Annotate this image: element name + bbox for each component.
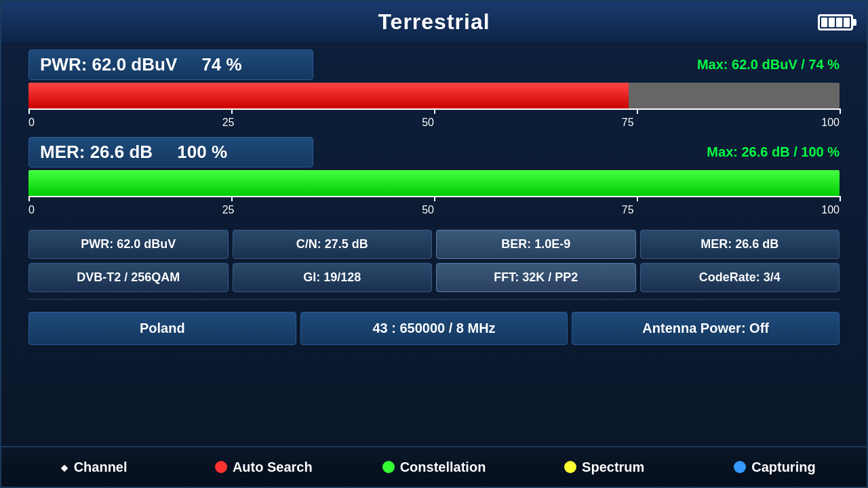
pwr-label-box: PWR: 62.0 dBuV 74 % <box>28 49 313 80</box>
mer-bar-fill <box>28 170 840 196</box>
battery-cell-3 <box>836 18 842 27</box>
nav-auto-search-label: Auto Search <box>233 460 313 475</box>
mer-scale-100: 100 <box>821 204 840 216</box>
mer-header: MER: 26.6 dB 100 % Max: 26.6 dB / 100 % <box>28 137 840 167</box>
mer-scale-ticks <box>28 196 840 201</box>
info-gi: GI: 19/128 <box>233 263 433 292</box>
bottom-nav: ⬥ Channel Auto Search Constellation Spec… <box>1 446 867 487</box>
info-pwr: PWR: 62.0 dBuV <box>28 230 229 259</box>
pwr-header: PWR: 62.0 dBuV 74 % Max: 62.0 dBuV / 74 … <box>28 49 840 80</box>
pwr-section: PWR: 62.0 dBuV 74 % Max: 62.0 dBuV / 74 … <box>28 49 840 130</box>
mer-label: MER: 26.6 dB <box>40 142 153 162</box>
mer-percent: 100 % <box>177 142 227 162</box>
mer-scale-0: 0 <box>28 204 35 216</box>
pwr-label: PWR: 62.0 dBuV <box>40 54 177 75</box>
info-coderate: CodeRate: 3/4 <box>640 263 840 292</box>
pwr-scale-row: 0 25 50 75 100 <box>28 115 840 130</box>
spectrum-dot-icon <box>564 461 576 473</box>
battery-icon <box>818 14 853 30</box>
nav-channel-label: Channel <box>74 460 127 475</box>
pwr-scale-75: 75 <box>622 117 634 129</box>
pwr-max: Max: 62.0 dBuV / 74 % <box>697 57 840 73</box>
battery-cell-2 <box>829 18 835 27</box>
page-title: Terrestrial <box>378 9 490 35</box>
constellation-dot-icon <box>382 461 395 473</box>
capturing-dot-icon <box>734 461 746 473</box>
mer-scale-25: 25 <box>222 204 235 216</box>
pwr-scale-100: 100 <box>821 117 840 129</box>
battery-cell-1 <box>821 18 827 27</box>
battery-nub <box>853 19 856 26</box>
nav-capturing-label: Capturing <box>751 460 815 475</box>
nav-spectrum[interactable]: Spectrum <box>519 460 690 475</box>
info-mer: MER: 26.6 dB <box>640 230 840 259</box>
mer-label-box: MER: 26.6 dB 100 % <box>28 137 313 167</box>
battery-cell-4 <box>844 18 850 27</box>
info-ber: BER: 1.0E-9 <box>436 230 636 259</box>
nav-capturing[interactable]: Capturing <box>690 460 860 475</box>
header: Terrestrial <box>1 1 867 43</box>
mer-bar-container <box>28 170 840 196</box>
channel-bar: Poland 43 : 650000 / 8 MHz Antenna Power… <box>28 312 840 345</box>
nav-channel[interactable]: ⬥ Channel <box>8 458 178 476</box>
pwr-scale-50: 50 <box>422 117 434 129</box>
mer-scale-row: 0 25 50 75 100 <box>28 203 840 218</box>
channel-freq: 43 : 650000 / 8 MHz <box>300 312 568 345</box>
info-cn: C/N: 27.5 dB <box>233 230 433 259</box>
battery-body <box>818 14 853 30</box>
channel-antenna: Antenna Power: Off <box>572 312 840 345</box>
channel-arrow-icon: ⬥ <box>60 458 68 476</box>
pwr-scale-25: 25 <box>222 117 235 129</box>
nav-constellation[interactable]: Constellation <box>349 460 519 475</box>
info-grid: PWR: 62.0 dBuV C/N: 27.5 dB BER: 1.0E-9 … <box>28 230 840 292</box>
pwr-percent: 74 % <box>201 54 241 75</box>
mer-max: Max: 26.6 dB / 100 % <box>707 144 840 160</box>
info-fft: FFT: 32K / PP2 <box>436 263 636 292</box>
auto-search-dot-icon <box>215 461 227 473</box>
main-content: PWR: 62.0 dBuV 74 % Max: 62.0 dBuV / 74 … <box>1 43 867 446</box>
mer-scale-50: 50 <box>422 204 434 216</box>
info-dvb: DVB-T2 / 256QAM <box>28 263 229 292</box>
pwr-scale-0: 0 <box>28 117 35 129</box>
mer-section: MER: 26.6 dB 100 % Max: 26.6 dB / 100 % … <box>28 137 840 218</box>
channel-country: Poland <box>28 312 296 345</box>
mer-scale-75: 75 <box>622 204 634 216</box>
nav-auto-search[interactable]: Auto Search <box>178 460 349 475</box>
pwr-bar-container <box>28 83 840 108</box>
nav-spectrum-label: Spectrum <box>582 460 644 475</box>
pwr-scale-ticks <box>28 108 840 114</box>
screen: Terrestrial PWR: 62.0 dBuV 74 % Max: 62.… <box>0 0 868 488</box>
divider <box>28 299 840 300</box>
pwr-bar-fill <box>28 83 629 108</box>
nav-constellation-label: Constellation <box>400 460 486 475</box>
